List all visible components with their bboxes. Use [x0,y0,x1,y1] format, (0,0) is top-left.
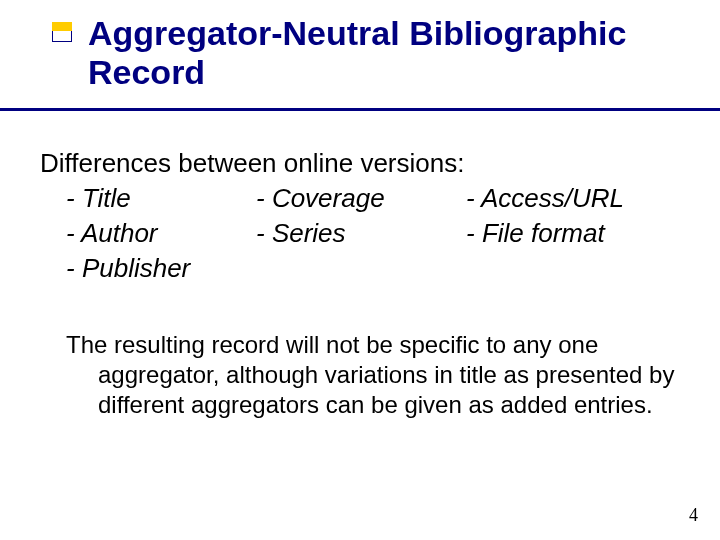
item-publisher: - Publisher [66,253,256,284]
svg-rect-1 [52,22,72,31]
title-underline [0,108,720,111]
item-author: - Author [66,218,256,249]
slide-title: Aggregator-Neutral Bibliographic Record [88,14,688,92]
item-series: - Series [256,218,466,249]
page-number: 4 [689,505,698,526]
intro-text: Differences between online versions: [40,148,680,179]
item-coverage: - Coverage [256,183,466,214]
result-paragraph: The resulting record will not be specifi… [40,330,680,420]
title-block: Aggregator-Neutral Bibliographic Record [88,14,688,92]
item-file-format: - File format [466,218,686,249]
item-empty-2 [466,253,686,284]
items-grid: - Title - Coverage - Access/URL - Author… [66,183,680,284]
slide: Aggregator-Neutral Bibliographic Record … [0,0,720,540]
item-empty-1 [256,253,466,284]
result-paragraph-text: The resulting record will not be specifi… [40,330,680,420]
title-bullet-icon [52,22,72,42]
body-block: Differences between online versions: - T… [40,148,680,284]
item-title: - Title [66,183,256,214]
item-access-url: - Access/URL [466,183,686,214]
